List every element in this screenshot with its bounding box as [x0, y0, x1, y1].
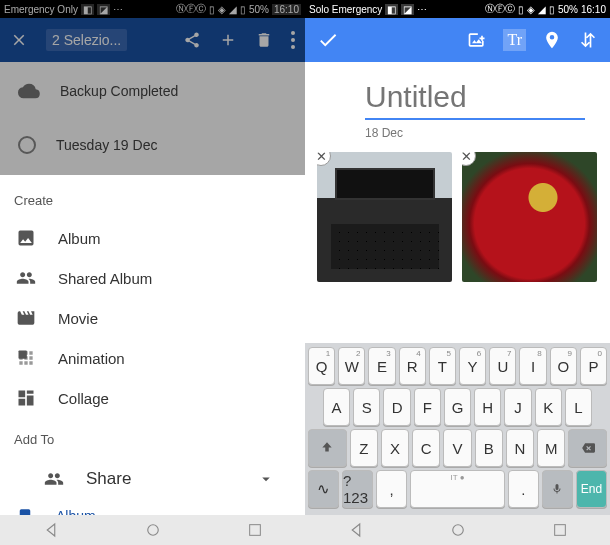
backup-row: Backup Completed	[0, 62, 305, 120]
key-space[interactable]: IT ●	[410, 470, 505, 508]
add-to-share[interactable]: Share	[0, 457, 305, 501]
key-s[interactable]: S	[353, 388, 380, 426]
chevron-down-icon	[257, 470, 275, 488]
key-v[interactable]: V	[443, 429, 471, 467]
key-i[interactable]: I8	[519, 347, 546, 385]
create-option-animation[interactable]: Animation	[0, 338, 305, 378]
nfc-icon: ⓃⒻⒸ	[485, 2, 515, 16]
soft-keyboard: Q1W2E3R4T5Y6U7I8O9P0 ASDFGHJKL ZXCVBNM ∿…	[305, 343, 610, 515]
text-icon[interactable]: Tr	[503, 29, 526, 51]
status-icon: ◧	[385, 4, 398, 15]
check-icon[interactable]	[317, 29, 339, 51]
add-icon[interactable]	[219, 31, 237, 49]
create-option-movie[interactable]: Movie	[0, 298, 305, 338]
home-icon[interactable]	[449, 521, 467, 539]
status-icon: ◪	[401, 4, 414, 15]
svg-rect-5	[249, 525, 260, 536]
location-icon[interactable]	[542, 30, 562, 50]
svg-point-0	[291, 31, 295, 35]
option-label: Album	[58, 230, 101, 247]
wifi-icon: ◈	[218, 4, 226, 15]
people-icon	[44, 469, 64, 489]
remove-icon[interactable]: ✕	[317, 152, 331, 166]
select-circle-icon[interactable]	[18, 136, 36, 154]
battery-pct: 50%	[558, 4, 578, 15]
create-option-album[interactable]: Album	[0, 218, 305, 258]
add-photo-icon[interactable]	[467, 30, 487, 50]
key-enter[interactable]: End	[576, 470, 607, 508]
key-k[interactable]: K	[535, 388, 562, 426]
key-u[interactable]: U7	[489, 347, 516, 385]
battery-pct: 50%	[249, 4, 269, 15]
share-label: Share	[86, 469, 131, 489]
status-bar: Emergency Only ◧ ◪ ⋯ ⓃⒻⒸ ▯ ◈ ◢ ▯ 50% 16:…	[0, 0, 305, 18]
trash-icon[interactable]	[255, 31, 273, 49]
key-l[interactable]: L	[565, 388, 592, 426]
svg-point-2	[291, 45, 295, 49]
key-x[interactable]: X	[381, 429, 409, 467]
date-row[interactable]: Tuesday 19 Dec	[0, 120, 305, 170]
recents-icon[interactable]	[552, 522, 568, 538]
key-g[interactable]: G	[444, 388, 471, 426]
key-d[interactable]: D	[383, 388, 410, 426]
key-shift[interactable]	[308, 429, 347, 467]
album-thumbnails: ✕ ✕	[305, 144, 610, 290]
key-t[interactable]: T5	[429, 347, 456, 385]
android-navbar	[305, 515, 610, 545]
clock: 16:10	[581, 4, 606, 15]
people-icon	[16, 268, 36, 288]
status-icon: ⋯	[417, 4, 427, 15]
status-icon: ⋯	[113, 4, 123, 15]
carrier-text: Solo Emergency	[309, 4, 382, 15]
cloud-icon	[18, 80, 40, 102]
option-label: Movie	[58, 310, 98, 327]
recents-icon[interactable]	[247, 522, 263, 538]
key-mic[interactable]	[542, 470, 573, 508]
key-p[interactable]: P0	[580, 347, 607, 385]
overflow-icon[interactable]	[291, 31, 295, 49]
key-o[interactable]: O9	[550, 347, 577, 385]
key-m[interactable]: M	[537, 429, 565, 467]
left-screenshot: Emergency Only ◧ ◪ ⋯ ⓃⒻⒸ ▯ ◈ ◢ ▯ 50% 16:…	[0, 0, 305, 545]
share-icon[interactable]	[183, 31, 201, 49]
album-title-input[interactable]	[365, 80, 585, 120]
album-editor: 18 Dec	[305, 62, 610, 144]
close-icon[interactable]	[10, 31, 28, 49]
vibrate-icon: ▯	[518, 4, 524, 15]
option-label: Collage	[58, 390, 109, 407]
key-z[interactable]: Z	[350, 429, 378, 467]
date-text: Tuesday 19 Dec	[56, 137, 157, 153]
status-icon: ◪	[97, 4, 110, 15]
remove-icon[interactable]: ✕	[462, 152, 476, 166]
key-?123[interactable]: ?123	[342, 470, 373, 508]
svg-point-4	[148, 525, 159, 536]
back-icon[interactable]	[347, 521, 365, 539]
key-,[interactable]: ,	[376, 470, 407, 508]
key-c[interactable]: C	[412, 429, 440, 467]
key-h[interactable]: H	[474, 388, 501, 426]
home-icon[interactable]	[144, 521, 162, 539]
key-q[interactable]: Q1	[308, 347, 335, 385]
key-y[interactable]: Y6	[459, 347, 486, 385]
key-w[interactable]: W2	[338, 347, 365, 385]
key-n[interactable]: N	[506, 429, 534, 467]
thumbnail-photo-flowers[interactable]: ✕	[462, 152, 597, 282]
key-f[interactable]: F	[414, 388, 441, 426]
sheet-header-addto: Add To	[0, 426, 305, 457]
key-e[interactable]: E3	[368, 347, 395, 385]
create-option-shared-album[interactable]: Shared Album	[0, 258, 305, 298]
editor-toolbar: Tr	[305, 18, 610, 62]
key-swipe[interactable]: ∿	[308, 470, 339, 508]
key-j[interactable]: J	[504, 388, 531, 426]
back-icon[interactable]	[42, 521, 60, 539]
key-.[interactable]: .	[508, 470, 539, 508]
key-b[interactable]: B	[475, 429, 503, 467]
sort-icon[interactable]	[578, 30, 598, 50]
key-a[interactable]: A	[323, 388, 350, 426]
key-r[interactable]: R4	[399, 347, 426, 385]
backup-text: Backup Completed	[60, 83, 178, 99]
create-option-collage[interactable]: Collage	[0, 378, 305, 418]
thumbnail-photo-laptop[interactable]: ✕	[317, 152, 452, 282]
movie-icon	[16, 308, 36, 328]
key-backspace[interactable]	[568, 429, 607, 467]
